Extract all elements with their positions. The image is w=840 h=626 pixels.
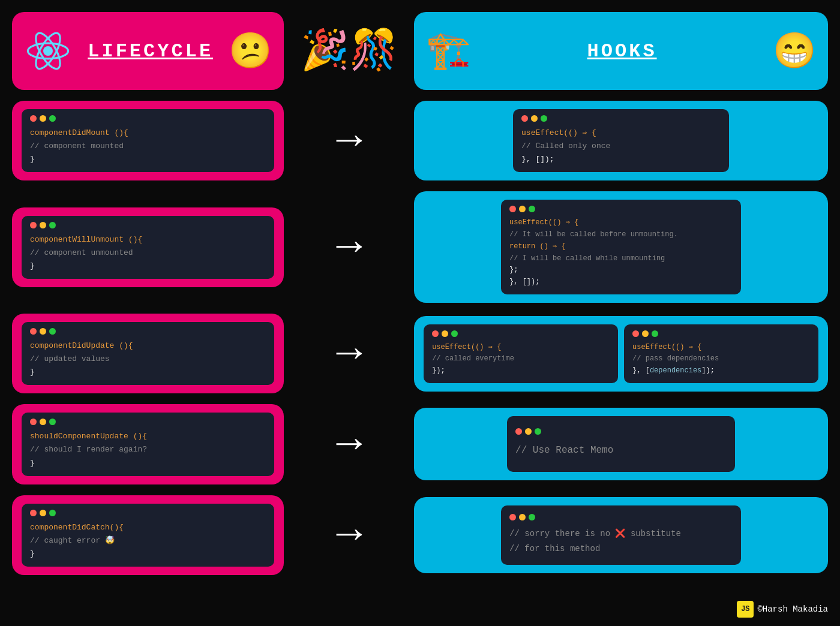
code-brace-3: } [30, 368, 35, 377]
code-brace-5: } [30, 549, 35, 558]
code-comment-mounted: // component mounted [30, 142, 124, 151]
code-deps-unmount: }, []); [509, 278, 539, 286]
hooks-header: 🏗️ HOOKS 😁 [414, 12, 828, 90]
hooks-emoji: 😁 [773, 30, 816, 73]
code-card-shouldupdate: shouldComponentUpdate (){ // should I re… [12, 404, 284, 484]
code-comment-every: // called everytime [432, 354, 514, 363]
crane-icon: 🏗️ [426, 29, 471, 73]
code-deps-val: }, [dependencies]); [632, 366, 715, 375]
code-willunmount: componentWillUnmount (){ [30, 235, 142, 244]
code-useeffect-deps1: useEffect(() ⇒ { [632, 343, 701, 351]
code-componentdidmount: componentDidMount (){ [30, 128, 128, 137]
code-card-didupdate: componentDidUpdate (){ // updated values… [12, 314, 284, 393]
confetti-icon: 🎉🎊 [301, 27, 398, 75]
code-deps-once: }, []); [521, 155, 554, 164]
code-useeffect-once: useEffect(() ⇒ { [521, 128, 596, 137]
code-brace-4: } [30, 459, 35, 468]
code-card-useeffect-once: useEffect(() ⇒ { // Called only once }, … [414, 101, 828, 180]
code-comment-unmounted: // component unmounted [30, 248, 133, 257]
react-logo-icon [24, 27, 72, 75]
code-useeffect-unmount1: useEffect(() ⇒ { [509, 218, 578, 227]
code-comment-unmount1: // It will be called before unmounting. [509, 230, 678, 239]
svg-point-0 [43, 46, 53, 56]
arrow-2: → [336, 222, 362, 272]
arrow-4: → [336, 420, 362, 469]
code-nosubstitute-2: // for this method [509, 544, 600, 553]
js-badge: JS [737, 601, 754, 618]
code-comment-unmount2: // I will be called while unmounting [509, 254, 665, 263]
code-useeffect-every1: useEffect(() ⇒ { [432, 343, 501, 351]
lifecycle-emoji: 😕 [229, 30, 272, 73]
code-card-nosubstitute: // sorry there is no ❌ substitute // for… [414, 497, 828, 573]
code-return-unmount: return () ⇒ { [509, 242, 566, 251]
code-shouldupdate: shouldComponentUpdate (){ [30, 432, 147, 441]
code-didupdate: componentDidUpdate (){ [30, 341, 133, 350]
code-card-didcatch: componentDidCatch(){ // caught error 🤯 } [12, 495, 284, 575]
code-deps-every: }); [432, 366, 445, 375]
lifecycle-header: LIFECYCLE 😕 [12, 12, 284, 90]
code-card-didmount: componentDidMount (){ // component mount… [12, 101, 284, 180]
code-comment-update: // updated values [30, 354, 110, 363]
footer: JS ©Harsh Makadia [737, 601, 828, 618]
code-didcatch: componentDidCatch(){ [30, 523, 124, 532]
code-close-return: }; [509, 266, 518, 274]
arrow-5: → [336, 510, 362, 559]
code-card-useeffect-update: useEffect(() ⇒ { // called everytime }); [414, 316, 828, 392]
code-card-useeffect-unmount: useEffect(() ⇒ { // It will be called be… [414, 191, 828, 303]
code-reactmemo: // Use React Memo [515, 445, 613, 456]
code-nosubstitute-1: // sorry there is no ❌ substitute [509, 529, 681, 538]
code-brace-2: } [30, 261, 35, 270]
code-comment-shouldupdate: // should I render again? [30, 445, 147, 454]
arrow-1: → [336, 116, 362, 165]
code-comment-deps: // pass dependencies [632, 354, 719, 363]
code-brace-1: } [30, 155, 35, 164]
hooks-title: HOOKS [587, 40, 657, 62]
code-comment-once: // Called only once [521, 142, 610, 151]
lifecycle-title: LIFECYCLE [88, 40, 213, 62]
author-text: ©Harsh Makadia [757, 604, 828, 614]
arrow-3: → [336, 329, 362, 378]
code-card-reactmemo: // Use React Memo [414, 408, 828, 480]
code-card-willunmount: componentWillUnmount (){ // component un… [12, 207, 284, 287]
code-comment-catch: // caught error 🤯 [30, 536, 115, 545]
